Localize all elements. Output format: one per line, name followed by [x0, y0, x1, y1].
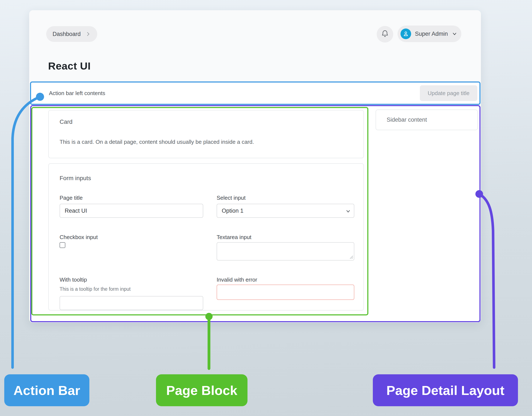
user-menu[interactable]: Super Admin [397, 26, 461, 42]
chevron-right-icon [85, 31, 91, 37]
card-body-text: This is a card. On a detail page, conten… [59, 139, 254, 145]
bell-icon [381, 30, 389, 39]
user-name: Super Admin [415, 31, 448, 37]
card-title: Card [59, 118, 73, 125]
page-detail-layout-annotation-label: Page Detail Layout [373, 374, 518, 406]
person-icon [402, 30, 409, 38]
content-card: Card This is a card. On a detail page, c… [48, 110, 364, 158]
tooltip-text: This is a tooltip for the form input [59, 286, 131, 292]
textarea-input[interactable] [217, 242, 354, 261]
action-bar-annotation-label: Action Bar [4, 374, 89, 406]
update-page-title-button[interactable]: Update page title [420, 85, 477, 101]
tooltip-field-input[interactable] [59, 296, 203, 310]
chevron-down-icon [452, 31, 457, 37]
breadcrumb[interactable]: Dashboard [46, 26, 97, 42]
breadcrumb-item-dashboard[interactable]: Dashboard [53, 31, 81, 38]
select-field-label: Select input [217, 195, 246, 201]
action-bar: Action bar left contents Update page tit… [30, 81, 481, 105]
textarea-field-label: Textarea input [217, 234, 251, 241]
form-card-title: Form inputs [59, 175, 91, 182]
avatar [400, 28, 411, 39]
notifications-button[interactable] [377, 26, 393, 43]
page-title-input[interactable] [59, 204, 203, 218]
action-bar-left-contents: Action bar left contents [49, 90, 105, 96]
annotated-screenshot: Dashboard Super Admin React UI Action ba… [0, 0, 532, 416]
tooltip-field-label: With tooltip [59, 276, 87, 283]
page-detail-layout-connector-line [479, 194, 494, 368]
form-inputs-card: Form inputs Page title Select input Opti… [48, 163, 364, 311]
checkbox-input[interactable] [59, 242, 65, 248]
page-title-field-label: Page title [59, 195, 83, 201]
page-block-annotation-label: Page Block [156, 374, 248, 406]
invalid-input[interactable] [217, 284, 354, 300]
sidebar-card: Sidebar content [376, 110, 478, 130]
checkbox-field-label: Checkbox input [59, 234, 98, 241]
select-input[interactable]: Option 1 [217, 204, 354, 218]
error-field-label: Invalid with error [217, 276, 257, 283]
page-title: React UI [48, 60, 91, 72]
sidebar-content-text: Sidebar content [387, 117, 427, 123]
